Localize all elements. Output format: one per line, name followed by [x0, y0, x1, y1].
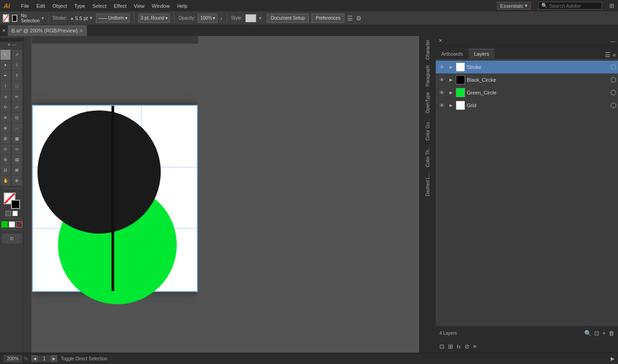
- rect-tool-btn[interactable]: □: [12, 81, 22, 91]
- eyedropper-tool-btn[interactable]: ⊙: [0, 144, 11, 154]
- stroke-down-arrow[interactable]: ▼: [89, 16, 93, 21]
- layer-row-grid[interactable]: 👁 ▶ Grid: [436, 99, 618, 112]
- layer-indicator-grid[interactable]: [611, 103, 616, 108]
- arrange-icon[interactable]: ⊞: [609, 2, 614, 9]
- menu-edit[interactable]: Edit: [37, 3, 45, 9]
- document-setup-button[interactable]: Document Setup: [267, 14, 309, 23]
- selection-tool-btn[interactable]: ↖: [0, 50, 11, 60]
- layer-row-green-circle[interactable]: 👁 ▶ Green_Circle: [436, 86, 618, 99]
- no-fill-btn[interactable]: ⊘: [465, 343, 470, 350]
- default-color-btn[interactable]: [5, 211, 11, 216]
- layer-expand-stroke[interactable]: ▶: [448, 65, 454, 69]
- scale-tool-btn[interactable]: ⤢: [12, 102, 22, 112]
- menu-select[interactable]: Select: [92, 3, 106, 9]
- opacity-dropdown[interactable]: 100% ▾: [198, 14, 217, 23]
- close-doc-btn[interactable]: ✕: [2, 28, 6, 34]
- magic-wand-tool-btn[interactable]: ✦: [0, 60, 11, 70]
- stroke-type-dropdown[interactable]: —— Uniform ▾: [96, 14, 130, 23]
- warp-tool-btn[interactable]: ≋: [0, 113, 11, 123]
- paragraph-panel-tab[interactable]: Paragraph: [425, 65, 430, 87]
- arrange-layers-btn[interactable]: ≡: [473, 343, 477, 350]
- layer-eye-grid[interactable]: 👁: [438, 103, 446, 108]
- direct-selection-tool-btn[interactable]: ↗: [12, 50, 22, 60]
- layer-row-stroke[interactable]: 👁 ▶ Stroke: [436, 61, 618, 73]
- line-tool-btn[interactable]: /: [0, 81, 11, 91]
- gradient-tool-btn[interactable]: ▦: [12, 134, 22, 144]
- layer-indicator-black[interactable]: [611, 77, 616, 83]
- layer-row-black-circle[interactable]: 👁 ▶ Black_Circke: [436, 73, 618, 86]
- opentype-panel-tab[interactable]: OpenType: [425, 92, 430, 113]
- layer-indicator-green[interactable]: [611, 90, 616, 95]
- search-box[interactable]: 🔍: [538, 2, 602, 10]
- search-input[interactable]: [549, 3, 599, 9]
- canvas-viewport[interactable]: [32, 44, 198, 353]
- stroke-box[interactable]: [11, 200, 20, 209]
- hand-tool-btn[interactable]: ✋: [0, 176, 11, 186]
- panel-menu-icon[interactable]: ☰: [605, 51, 611, 58]
- symbol-sprayer-tool-btn[interactable]: ⊛: [0, 155, 11, 165]
- paintbrush-tool-btn[interactable]: ⌀: [0, 92, 11, 102]
- expand-btn[interactable]: —: [12, 42, 16, 47]
- none-quick-color[interactable]: [16, 221, 22, 228]
- tab-close-btn[interactable]: ✕: [79, 28, 83, 33]
- more-options-btn[interactable]: ›: [220, 15, 222, 22]
- menu-view[interactable]: View: [134, 3, 145, 9]
- document-tab[interactable]: B.ai* @ 200% (RGB/Preview) ✕: [8, 25, 87, 36]
- make-mask-btn[interactable]: ⊡: [439, 343, 444, 350]
- style-chevron[interactable]: ▾: [259, 16, 261, 21]
- zoom-tool-btn[interactable]: ⊕: [12, 176, 22, 186]
- arrange-workspace-icon[interactable]: ☰: [347, 15, 353, 22]
- stroke-value[interactable]: 5.5 pt: [75, 16, 88, 21]
- layer-eye-stroke[interactable]: 👁: [438, 64, 446, 70]
- color-theme-tab[interactable]: Color Th...: [425, 146, 430, 167]
- white-quick-color[interactable]: [9, 221, 15, 228]
- panel-shrink-icon[interactable]: «: [613, 51, 616, 58]
- slice-tool-btn[interactable]: ⊠: [12, 165, 22, 175]
- lasso-tool-btn[interactable]: ⌇: [12, 60, 22, 70]
- stroke-up-arrow[interactable]: ▲: [70, 16, 74, 21]
- layer-eye-green[interactable]: 👁: [438, 90, 446, 95]
- mesh-tool-btn[interactable]: ⊞: [0, 134, 11, 144]
- workspace-dropdown[interactable]: Essentials ▾: [497, 2, 531, 10]
- new-layer-group-btn[interactable]: ⊡: [594, 330, 599, 337]
- panel-collapse-icon[interactable]: —: [610, 38, 615, 44]
- fill-color-box[interactable]: [3, 14, 9, 22]
- menu-file[interactable]: File: [21, 3, 29, 9]
- artboard-tool-btn[interactable]: ⊟: [0, 165, 11, 175]
- menu-window[interactable]: Window: [152, 3, 170, 9]
- type-tool-btn[interactable]: T: [12, 71, 22, 81]
- stroke-color-box[interactable]: [12, 15, 17, 22]
- fx-btn[interactable]: fx: [457, 344, 461, 349]
- draw-mode-btn[interactable]: ⊡: [2, 234, 22, 244]
- new-layer-btn[interactable]: +: [602, 330, 606, 337]
- panel-close-icon[interactable]: ✕: [438, 38, 443, 44]
- zoom-input[interactable]: [4, 355, 22, 362]
- workspace-options-icon[interactable]: ⚙: [356, 15, 362, 22]
- layer-expand-black[interactable]: ▶: [448, 78, 454, 82]
- no-selection-dropdown[interactable]: ▾: [42, 16, 44, 21]
- preferences-button[interactable]: Preferences: [312, 14, 344, 23]
- layer-expand-grid[interactable]: ▶: [448, 103, 454, 108]
- prev-artboard-btn[interactable]: ◀: [32, 355, 38, 362]
- next-artboard-btn[interactable]: ▶: [51, 355, 57, 362]
- layer-expand-green[interactable]: ▶: [448, 90, 454, 95]
- status-right-arrow[interactable]: ▶: [611, 356, 614, 362]
- green-quick-color[interactable]: [1, 221, 8, 228]
- color-guide-tab[interactable]: Color Gu...: [425, 119, 430, 140]
- column-graph-tool-btn[interactable]: ▤: [12, 155, 22, 165]
- pencil-tool-btn[interactable]: ✏: [12, 92, 22, 102]
- free-transform-tool-btn[interactable]: ⊡: [12, 113, 22, 123]
- swap-color-btn[interactable]: [12, 211, 18, 216]
- menu-help[interactable]: Help: [177, 3, 188, 9]
- tab-layers[interactable]: Layers: [469, 49, 495, 58]
- pen-tool-btn[interactable]: ✒: [0, 71, 11, 81]
- dashed-line-tab[interactable]: Dashed L...: [425, 173, 430, 196]
- tab-artboards[interactable]: Artboards: [436, 49, 469, 58]
- collapse-btn[interactable]: ✕: [7, 42, 11, 47]
- menu-object[interactable]: Object: [53, 3, 67, 9]
- delete-layer-btn[interactable]: 🗑: [608, 330, 614, 337]
- style-preview[interactable]: [245, 14, 256, 22]
- character-panel-tab[interactable]: Character: [425, 40, 430, 60]
- artboard-index-input[interactable]: [39, 356, 50, 362]
- menu-effect[interactable]: Effect: [114, 3, 127, 9]
